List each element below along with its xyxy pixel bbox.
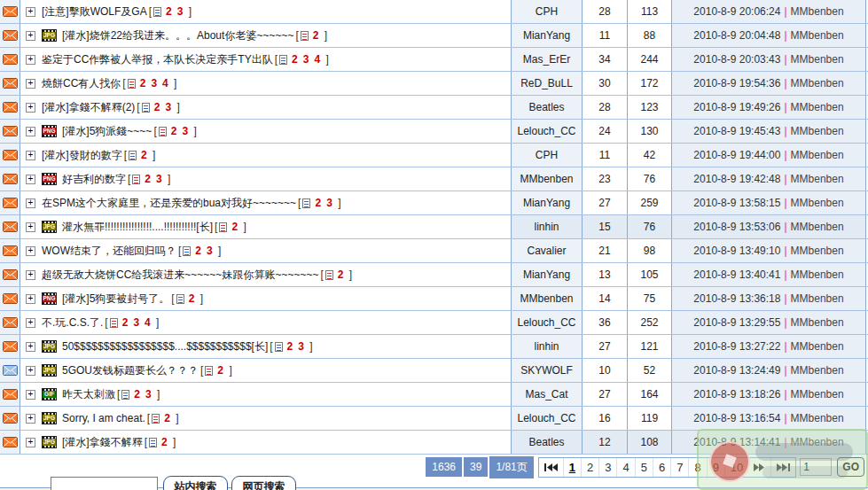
last-post-author-link[interactable]: MMbenben — [791, 5, 844, 18]
thread-author-link[interactable]: MMbenben — [520, 292, 573, 305]
page-number-link[interactable]: 2 — [164, 412, 170, 424]
page-number-link[interactable]: 3 — [207, 245, 213, 257]
page-number-link[interactable]: 2 — [313, 29, 319, 42]
page-number-link[interactable]: 3 — [177, 5, 184, 18]
thread-title-link[interactable]: 昨天太刺激 — [62, 387, 115, 402]
thread-author-link[interactable]: linhin — [534, 221, 559, 233]
expand-thread-icon[interactable]: + — [26, 294, 35, 304]
thread-title-link[interactable]: 好吉利的数字 — [62, 172, 126, 187]
thread-title-link[interactable]: Sorry, I am cheat. — [62, 412, 145, 424]
expand-thread-icon[interactable]: + — [26, 79, 35, 89]
thread-author-link[interactable]: Beatles — [528, 101, 564, 113]
expand-thread-icon[interactable]: + — [26, 7, 35, 17]
thread-title-link[interactable]: 超级无敌大烧饼CC给我滚进来~~~~~~妹跟你算账~~~~~~~ — [42, 268, 318, 283]
footer-search-input[interactable] — [51, 477, 158, 490]
page-link[interactable]: 2 — [582, 458, 599, 477]
thread-author-link[interactable]: CPH — [536, 149, 558, 161]
thread-title-link[interactable]: 不.玩.C.S.了. — [42, 315, 103, 331]
thread-author-link[interactable]: Mas_ErEr — [523, 53, 570, 66]
thread-author-link[interactable]: Lelouch_CC — [517, 316, 575, 329]
expand-thread-icon[interactable]: + — [26, 342, 35, 352]
last-post-author-link[interactable]: MMbenben — [791, 29, 844, 42]
thread-title-link[interactable]: [灌水]烧饼22给我进来。。。About你老婆~~~~~~ — [62, 28, 293, 43]
expand-thread-icon[interactable]: + — [26, 318, 35, 328]
thread-title-link[interactable]: [灌水]拿錢不解釋(2) — [42, 100, 135, 115]
page-number-link[interactable]: 3 — [326, 197, 332, 209]
web-search-button[interactable]: 网页搜索 — [231, 476, 296, 490]
thread-title-link[interactable]: [灌水]5狗要被封号了。 — [62, 292, 169, 307]
page-number-link[interactable]: 4 — [162, 77, 168, 89]
page-number-link[interactable]: 2 — [217, 364, 223, 377]
page-number-link[interactable]: 2 — [292, 53, 298, 66]
thread-author-link[interactable]: Lelouch_CC — [517, 125, 575, 137]
page-number-link[interactable]: 3 — [145, 388, 152, 401]
page-number-link[interactable]: 2 — [154, 101, 160, 113]
thread-title-link[interactable]: 灌水無罪!!!!!!!!!!!!!!!!....!!!!!!!!!!![长] — [62, 220, 213, 235]
last-post-author-link[interactable]: MMbenben — [791, 292, 844, 305]
page-number-link[interactable]: 4 — [314, 53, 320, 66]
last-post-author-link[interactable]: MMbenben — [791, 245, 844, 257]
thread-author-link[interactable]: Beatles — [528, 436, 564, 448]
page-number-link[interactable]: 3 — [151, 77, 157, 89]
expand-thread-icon[interactable]: + — [26, 390, 35, 400]
expand-thread-icon[interactable]: + — [26, 438, 35, 447]
expand-thread-icon[interactable]: + — [26, 366, 35, 376]
thread-author-link[interactable]: MianYang — [523, 29, 570, 42]
page-number-link[interactable]: 2 — [287, 340, 293, 353]
last-post-author-link[interactable]: MMbenben — [791, 53, 844, 66]
thread-author-link[interactable]: MianYang — [523, 197, 570, 209]
page-link[interactable]: 8 — [689, 458, 707, 477]
last-post-author-link[interactable]: MMbenben — [791, 388, 844, 401]
expand-thread-icon[interactable]: + — [26, 151, 35, 160]
expand-thread-icon[interactable]: + — [26, 198, 35, 208]
last-post-author-link[interactable]: MMbenben — [791, 316, 844, 329]
thread-title-link[interactable]: 50$$$$$$$$$$$$$$$$$....$$$$$$$$$$$[长] — [62, 339, 268, 354]
forward-arrows-icon[interactable] — [748, 458, 771, 477]
page-number-link[interactable]: 2 — [161, 436, 168, 448]
last-post-author-link[interactable]: MMbenben — [791, 221, 844, 233]
thread-title-link[interactable]: 在SPM这个大家庭里，还是亲爱的bua对我好~~~~~~~ — [42, 196, 296, 211]
page-number-link[interactable]: 3 — [298, 340, 304, 353]
thread-author-link[interactable]: MMbenben — [520, 173, 573, 185]
page-number-link[interactable]: 2 — [141, 149, 147, 161]
page-link[interactable]: 9 — [708, 458, 725, 477]
thread-title-link[interactable]: [灌水]發財的數字 — [42, 148, 122, 163]
thread-author-link[interactable]: ReD_BuLL — [520, 77, 573, 89]
page-number-link[interactable]: 2 — [315, 197, 321, 209]
page-link[interactable]: 3 — [599, 458, 617, 477]
last-post-author-link[interactable]: MMbenben — [791, 125, 844, 137]
page-link[interactable]: 10 — [725, 458, 748, 477]
last-post-author-link[interactable]: MMbenben — [791, 436, 844, 448]
last-post-author-link[interactable]: MMbenben — [791, 197, 844, 209]
last-post-author-link[interactable]: MMbenben — [791, 340, 844, 353]
page-number-link[interactable]: 3 — [303, 53, 309, 66]
page-number-link[interactable]: 2 — [122, 316, 129, 329]
expand-thread-icon[interactable]: + — [26, 414, 35, 424]
thread-title-link[interactable]: [灌水]5狗派錢~~~~ — [62, 124, 152, 139]
last-post-author-link[interactable]: MMbenben — [791, 77, 844, 89]
last-post-author-link[interactable]: MMbenben — [791, 101, 844, 113]
page-number-link[interactable]: 3 — [133, 316, 139, 329]
last-post-author-link[interactable]: MMbenben — [791, 173, 844, 185]
page-number-link[interactable]: 2 — [134, 388, 140, 401]
first-page-arrow-icon[interactable] — [539, 458, 564, 477]
thread-author-link[interactable]: MianYang — [523, 268, 570, 281]
page-number-link[interactable]: 2 — [195, 245, 201, 257]
go-button[interactable]: GO — [837, 457, 864, 477]
page-link[interactable]: 7 — [671, 458, 689, 477]
page-number-link[interactable]: 2 — [140, 77, 146, 89]
expand-thread-icon[interactable]: + — [26, 270, 35, 280]
thread-title-link[interactable]: 5GOU发钱标题要长么？？？ — [62, 363, 199, 378]
expand-thread-icon[interactable]: + — [26, 175, 35, 184]
page-number-link[interactable]: 3 — [156, 173, 162, 185]
expand-thread-icon[interactable]: + — [26, 55, 35, 65]
page-number-link[interactable]: 2 — [166, 5, 172, 18]
last-post-author-link[interactable]: MMbenben — [791, 149, 844, 161]
thread-author-link[interactable]: Cavalier — [527, 245, 566, 257]
expand-thread-icon[interactable]: + — [26, 222, 35, 232]
thread-title-link[interactable]: [灌水]拿錢不解釋 — [62, 435, 143, 450]
page-number-link[interactable]: 3 — [182, 125, 188, 137]
page-link[interactable]: 6 — [653, 458, 671, 477]
thread-author-link[interactable]: Mas_Cat — [525, 388, 567, 401]
thread-author-link[interactable]: linhin — [534, 340, 559, 353]
